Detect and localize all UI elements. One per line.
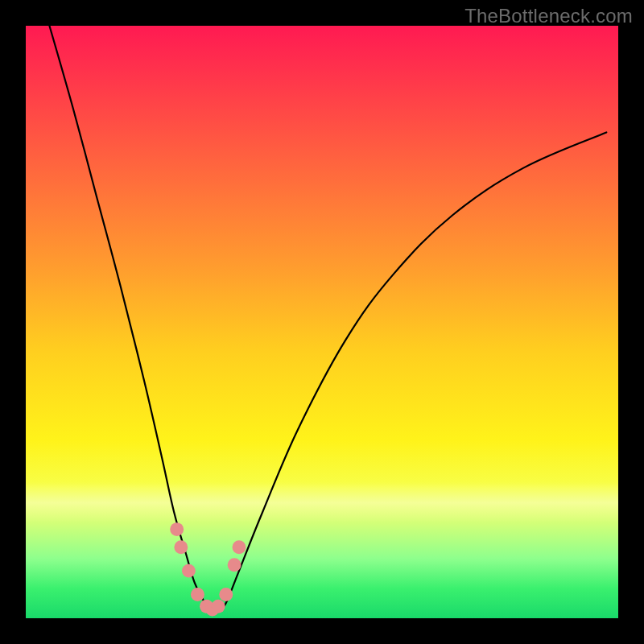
curve-marker	[228, 558, 242, 572]
watermark-text: TheBottleneck.com	[464, 5, 633, 27]
curve-marker	[233, 540, 246, 554]
plot-area	[26, 26, 618, 618]
curve-layer	[26, 26, 618, 618]
chart-frame: TheBottleneck.com	[0, 0, 644, 644]
curve-marker	[170, 522, 184, 536]
curve-marker	[191, 588, 204, 601]
curve-marker	[182, 564, 196, 578]
bottleneck-curve	[49, 26, 606, 613]
curve-marker	[212, 600, 225, 613]
curve-marker	[174, 540, 188, 554]
curve-marker	[219, 588, 233, 601]
